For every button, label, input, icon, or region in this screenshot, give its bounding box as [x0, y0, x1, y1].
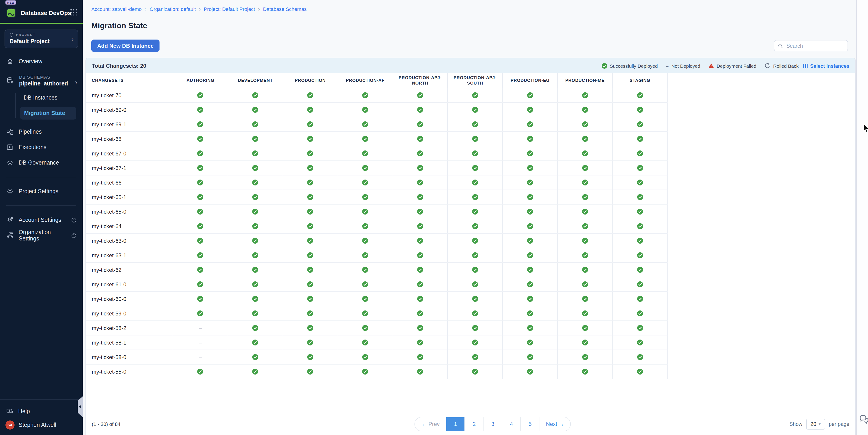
project-selector[interactable]: PROJECT Default Project › [4, 30, 78, 48]
help-button[interactable]: Help [0, 405, 83, 418]
success-check-icon [362, 209, 368, 215]
gear-icon [6, 188, 13, 195]
status-cell-deployed [503, 176, 558, 190]
status-cell-deployed [173, 306, 228, 320]
sidebar-item-db-governance[interactable]: DB Governance [0, 156, 83, 169]
status-cell-not-deployed: – [173, 321, 228, 335]
status-cell-deployed [338, 263, 393, 277]
database-icon [6, 77, 14, 85]
sidebar-item-db-schemas[interactable]: DB SCHEMAS pipeline_authored › [0, 72, 83, 90]
status-cell-deployed [228, 132, 283, 146]
success-check-icon [307, 310, 313, 316]
page-button-1[interactable]: 1 [446, 417, 465, 431]
status-cell-deployed [613, 132, 668, 146]
breadcrumb-link[interactable]: Account: satwell-demo [91, 6, 142, 12]
success-check-icon [417, 252, 423, 258]
status-cell-deployed [283, 190, 338, 204]
status-cell-deployed [283, 234, 338, 248]
status-cell-deployed [448, 292, 503, 306]
status-cell-deployed [393, 350, 448, 364]
status-cell-deployed [503, 219, 558, 233]
success-check-icon [582, 310, 588, 316]
breadcrumb-link[interactable]: Project: Default Project [204, 6, 255, 12]
column-header: CHANGESETS [86, 73, 173, 88]
success-check-icon [362, 223, 368, 229]
status-cell-deployed [448, 161, 503, 175]
success-check-icon [472, 107, 478, 113]
breadcrumb-separator-icon: › [258, 6, 260, 12]
success-check-icon [362, 121, 368, 127]
success-check-icon [307, 296, 313, 302]
success-check-icon [362, 194, 368, 200]
success-check-icon [252, 296, 258, 302]
success-check-icon [637, 310, 643, 316]
success-check-icon [637, 151, 643, 156]
success-check-icon [527, 296, 533, 302]
status-cell-deployed [613, 306, 668, 320]
status-cell-deployed [613, 234, 668, 248]
search-box[interactable] [774, 40, 848, 51]
column-header: DEVELOPMENT [228, 73, 283, 88]
success-check-icon [417, 107, 423, 113]
success-check-icon [197, 310, 204, 316]
sidebar-collapse-handle[interactable] [77, 396, 83, 417]
sidebar-item-project-settings[interactable]: Project Settings [0, 185, 83, 198]
status-cell-deployed [448, 146, 503, 160]
status-cell-deployed [503, 365, 558, 379]
status-cell-deployed [228, 117, 283, 131]
sidebar-item-account-settings[interactable]: Account Settings [0, 213, 83, 227]
chat-widget-icon[interactable] [859, 414, 868, 426]
status-cell-deployed [283, 321, 338, 335]
status-cell-deployed [393, 176, 448, 190]
prev-page-button[interactable]: ← Prev [415, 417, 446, 431]
success-check-icon [197, 238, 204, 244]
success-check-icon [197, 209, 204, 215]
sidebar-item-overview[interactable]: Overview [0, 55, 83, 68]
status-cell-deployed [558, 117, 613, 131]
sidebar-item-executions[interactable]: Executions [0, 141, 83, 154]
page-button-3[interactable]: 3 [484, 417, 502, 431]
db-schemas-label: DB SCHEMAS [19, 74, 68, 80]
status-cell-deployed [448, 88, 503, 102]
page-button-4[interactable]: 4 [502, 417, 521, 431]
status-cell-deployed [228, 321, 283, 335]
status-cell-deployed [503, 88, 558, 102]
success-check-icon [252, 136, 258, 142]
success-check-icon [307, 194, 313, 200]
success-check-icon [637, 252, 643, 258]
legend-label: Rolled Back [773, 63, 799, 68]
chevron-right-icon: › [75, 78, 77, 86]
status-cell-deployed [503, 146, 558, 160]
breadcrumb-link[interactable]: Database Schemas [263, 6, 307, 12]
success-check-icon [197, 281, 204, 287]
sidebar-item-organization-settings[interactable]: Organization Settings [0, 229, 83, 242]
sidebar-item-db-instances[interactable]: DB Instances [0, 91, 83, 104]
scrollbar[interactable] [856, 0, 857, 435]
select-instances-button[interactable]: Select Instances [803, 63, 849, 68]
page-button-2[interactable]: 2 [465, 417, 484, 431]
per-page-select[interactable]: 20 ▾ [806, 418, 825, 430]
success-check-icon [527, 267, 533, 273]
page-button-5[interactable]: 5 [521, 417, 540, 431]
search-input[interactable] [785, 42, 844, 49]
success-check-icon [252, 238, 258, 244]
success-check-icon [252, 107, 258, 113]
success-check-icon [637, 354, 643, 360]
sidebar-item-migration-state[interactable]: Migration State [20, 107, 76, 120]
pagination: ← Prev12345Next → [415, 417, 571, 431]
per-page-suffix: per page [829, 422, 849, 427]
status-cell-deployed [338, 234, 393, 248]
user-menu[interactable]: SA Stephen Atwell [0, 418, 83, 432]
add-db-instance-button[interactable]: Add New DB Instance [91, 39, 159, 52]
success-check-icon [307, 281, 313, 287]
status-cell-deployed [613, 365, 668, 379]
breadcrumb-link[interactable]: Organization: default [150, 6, 196, 12]
sidebar-item-pipelines[interactable]: Pipelines [0, 125, 83, 138]
app-switcher-icon[interactable] [70, 9, 77, 16]
status-cell-deployed [173, 117, 228, 131]
project-name: Default Project [9, 38, 73, 44]
success-check-icon [472, 340, 478, 345]
next-page-button[interactable]: Next → [540, 417, 570, 431]
success-check-icon [527, 223, 533, 229]
status-cell-deployed [558, 132, 613, 146]
